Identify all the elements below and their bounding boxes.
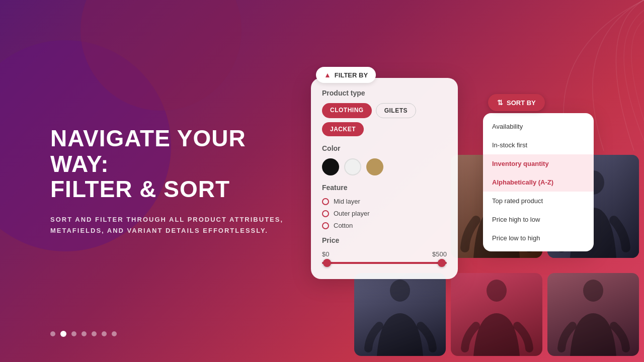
dot-7[interactable] [112,331,117,336]
price-labels: $0 $500 [322,250,447,258]
feature-label: Feature [322,184,447,192]
feature-item-outer-player[interactable]: Outer player [322,210,447,217]
sort-item-inventory-quantity[interactable]: Inventory quantity [483,154,594,173]
dot-3[interactable] [71,331,76,336]
filter-panel: ▲ FILTER BY Product type CLOTHING GILETS… [311,78,458,279]
sort-item-top-rated[interactable]: Top rated product [483,192,594,210]
sort-item-alphabetically[interactable]: Alphabetically (A-Z) [483,173,594,192]
svg-point-5 [487,280,507,302]
price-thumb-right[interactable] [438,259,446,267]
dot-5[interactable] [92,331,97,336]
product-type-tags: CLOTHING GILETS JACKET [322,103,447,136]
filter-icon: ▲ [324,71,331,79]
feature-item-mid-layer[interactable]: Mid layer [322,198,447,205]
feature-dot-mid-layer [322,198,329,205]
sort-icon: ⇅ [497,99,503,107]
tag-jacket[interactable]: JACKET [322,122,364,136]
sort-item-price-low-high[interactable]: Price low to high [483,229,594,247]
dot-6[interactable] [102,331,107,336]
feature-label-outer-player: Outer player [334,210,370,217]
product-card-4[interactable] [451,273,542,356]
feature-label-cotton: Cotton [334,222,353,229]
price-thumb-left[interactable] [323,259,331,267]
price-min: $0 [322,250,329,258]
swatch-tan[interactable] [366,158,383,175]
swatch-black[interactable] [322,158,339,175]
feature-label-mid-layer: Mid layer [334,198,360,205]
hero-content: NAVIGATE YOUR WAY: FILTER & SORT SORT AN… [50,126,302,236]
product-card-3[interactable] [354,273,446,356]
tag-clothing[interactable]: CLOTHING [322,103,372,118]
swatch-white[interactable] [344,158,361,175]
product-card-5[interactable] [547,273,639,356]
sort-item-availability[interactable]: Availability [483,117,594,136]
color-label: Color [322,144,447,152]
sort-panel: ⇅ SORT BY Availability In-stock first In… [483,113,594,251]
price-section: Price $0 $500 [322,236,447,264]
sort-item-in-stock-first[interactable]: In-stock first [483,136,594,154]
bottom-product-cards [354,273,639,356]
dot-4[interactable] [82,331,87,336]
filter-by-button[interactable]: ▲ FILTER BY [316,67,376,83]
dot-2[interactable] [60,331,66,337]
sort-by-label: SORT BY [507,99,536,107]
svg-point-6 [583,280,603,302]
feature-dot-cotton [322,222,329,229]
color-swatches [322,158,447,175]
price-range-track [322,262,447,264]
hero-title: NAVIGATE YOUR WAY: FILTER & SORT [50,126,302,202]
svg-point-4 [390,280,410,302]
feature-dot-outer-player [322,210,329,217]
tag-gilets[interactable]: GILETS [376,103,416,118]
dot-1[interactable] [50,331,55,336]
price-max: $500 [432,250,447,258]
sort-by-button[interactable]: ⇅ SORT BY [488,94,545,111]
sort-item-price-high-low[interactable]: Price high to low [483,210,594,229]
product-type-label: Product type [322,89,447,97]
price-label: Price [322,236,447,244]
feature-item-cotton[interactable]: Cotton [322,222,447,229]
filter-by-label: FILTER BY [335,71,368,79]
slide-indicators [50,331,117,337]
feature-list: Mid layer Outer player Cotton [322,198,447,229]
hero-subtitle: SORT AND FILTER THROUGH ALL PRODUCT ATTR… [50,214,302,236]
price-range-fill [322,262,447,264]
